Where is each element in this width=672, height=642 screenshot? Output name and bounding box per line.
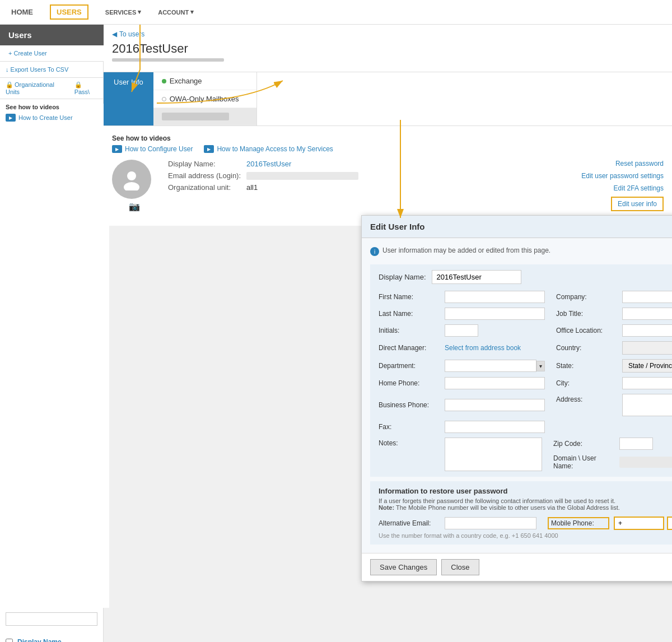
state-label: State: [556,362,618,370]
info-icon: i [370,247,379,256]
nav-home[interactable]: HOME [11,8,33,16]
mobile-phone-prefix-input[interactable] [614,517,664,530]
country-label: Country: [556,344,618,352]
org-unit-value: all1 [246,183,258,192]
avatar-box: 📷 [112,160,157,212]
org-units-link[interactable]: 🔒Organizational Units [6,81,70,95]
back-to-users-link[interactable]: ◀ To users [112,30,664,38]
top-navigation: HOME USERS SERVICES▾ ACCOUNT▾ [0,0,672,25]
country-select[interactable] [622,341,672,355]
how-to-create-user-link[interactable]: How to Create User [6,114,109,122]
password-link[interactable]: 🔒Pass\ [74,81,97,95]
department-dropdown-arrow[interactable]: ▾ [536,361,545,371]
avatar-edit-icon[interactable]: 📷 [112,201,157,212]
avatar-circle [112,160,151,199]
state-select[interactable]: State / Province [622,359,672,373]
state-field: State: State / Province [556,359,672,373]
edit-user-info-button[interactable]: Edit user info [611,197,664,211]
alt-email-label: Alternative Email: [379,519,440,527]
nav-account[interactable]: ACCOUNT▾ [158,8,194,16]
zip-code-label: Zip Code: [553,440,615,448]
job-title-label: Job Title: [556,310,618,318]
video-icon-configure [112,145,122,153]
notes-textarea[interactable] [445,438,542,471]
reset-password-link[interactable]: Reset password [615,160,664,168]
save-changes-button[interactable]: Save Changes [370,559,437,575]
domain-field: Domain \ User Name: [553,454,672,470]
address-field: Address: [556,394,672,416]
zip-code-input[interactable] [619,438,653,450]
department-input[interactable] [445,360,536,372]
country-field: Country: [556,341,672,355]
close-button[interactable]: Close [441,559,479,575]
modal-footer: Save Changes Close [362,553,672,581]
last-name-field: Last Name: [379,308,545,320]
modal-info-text: i User information may be added or edite… [370,246,672,256]
home-phone-input[interactable] [445,377,545,389]
address-textarea[interactable] [622,394,672,416]
first-name-input[interactable] [445,291,545,303]
email-value-blurred [246,172,358,180]
fax-label: Fax: [379,423,440,431]
action-bar: + Create User [0,45,104,62]
profile-email-row: Email address (Login): [168,171,570,180]
user-search-input[interactable] [6,612,97,626]
see-how-label: See how to videos [6,104,109,110]
initials-input[interactable] [445,324,478,337]
notes-field: Notes: [379,438,542,471]
display-name-field-label: Display Name: [379,273,426,281]
edit-2fa-link[interactable]: Edit 2FA settings [614,184,664,192]
company-input[interactable] [622,291,672,303]
last-name-input[interactable] [445,308,545,320]
how-to-manage-access-link[interactable]: How to Manage Access to My Services [204,145,333,153]
sub-nav-owa[interactable]: OWA-Only Mailboxes [153,90,256,108]
export-users-link[interactable]: ↓ Export Users To CSV [6,66,68,73]
company-label: Company: [556,293,618,301]
notes-label: Notes: [379,438,440,447]
job-title-input[interactable] [622,308,672,320]
tab-user-info[interactable]: User Info [104,72,153,125]
modal-title: Edit User Info [370,222,425,231]
address-label: Address: [556,394,618,403]
back-arrow-icon: ◀ [112,30,117,38]
profile-display-name-row: Display Name: 2016TestUser [168,160,570,168]
initials-field: Initials: [379,324,545,337]
video-icon-1 [6,114,16,122]
department-input-wrapper: ▾ [445,360,545,372]
sub-nav-exchange[interactable]: Exchange [153,72,256,90]
create-user-button[interactable]: + Create User [8,50,47,57]
alt-email-input[interactable] [445,517,536,529]
svg-point-0 [127,171,136,180]
user-page-header: ◀ To users 2016TestUser [104,25,672,72]
mobile-phone-input[interactable] [667,517,672,530]
first-name-field: First Name: [379,291,545,303]
nav-users[interactable]: USERS [50,4,88,20]
select-all-checkbox[interactable] [6,639,13,643]
edit-password-settings-link[interactable]: Edit user password settings [581,172,664,180]
select-from-address-book-link[interactable]: Select from address book [445,344,521,352]
display-name-input[interactable] [432,270,521,284]
nav-services[interactable]: SERVICES▾ [105,8,141,16]
business-phone-label: Business Phone: [379,401,440,409]
user-page-title: 2016TestUser [112,41,664,56]
domain-value-blurred [619,457,672,468]
fax-input[interactable] [445,421,545,433]
office-location-input[interactable] [622,324,672,337]
mobile-phone-field: Mobile Phone: [548,517,672,530]
password-note-bold: Note: [379,504,394,511]
direct-manager-label: Direct Manager: [379,344,440,352]
how-to-configure-user-link[interactable]: How to Configure User [112,145,193,153]
user-detail-area: See how to videos How to Configure User … [104,126,672,226]
city-field: City: [556,377,672,389]
zip-code-field: Zip Code: [553,438,672,450]
mobile-phone-wrapper [614,517,672,530]
password-section-title: Information to restore user password [379,487,672,495]
business-phone-input[interactable] [445,399,545,411]
display-name-value: 2016TestUser [246,160,291,168]
domain-label: Domain \ User Name: [553,454,615,470]
sub-nav-other[interactable] [153,108,256,125]
office-location-field: Office Location: ▾ [556,324,672,337]
display-name-section: Display Name: First Name: Company: [370,264,672,477]
city-input[interactable] [622,377,672,389]
see-how-videos-label: See how to videos [112,134,664,142]
